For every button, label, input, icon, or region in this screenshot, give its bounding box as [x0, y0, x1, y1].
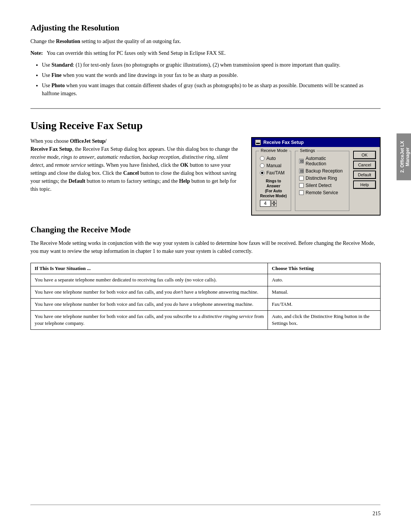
section-divider	[30, 108, 381, 109]
radio-manual[interactable]	[260, 163, 264, 168]
section2-title: Using Receive Fax Setup	[30, 120, 381, 132]
table-row: You have a separate telephone number ded…	[31, 274, 381, 286]
mode-manual-label: Manual	[266, 163, 281, 168]
rings-label: Rings to Answer(For Auto Receive Mode)	[260, 179, 287, 198]
bullet-fine: Use Fine when you want the words and lin…	[42, 71, 381, 79]
table-row: You have one telephone number for both v…	[31, 286, 381, 298]
table-row: You have one telephone number for both v…	[31, 310, 381, 330]
section2-content: When you choose OfficeJet Setup/Receive …	[30, 137, 381, 216]
table-cell-setting-1: Auto.	[268, 274, 381, 286]
table-cell-situation-1: You have a separate telephone number ded…	[31, 274, 268, 286]
checkbox-remoteservice[interactable]	[299, 190, 304, 195]
table-cell-situation-2: You have one telephone number for both v…	[31, 286, 268, 298]
setting-backupreception-label: Backup Reception	[306, 168, 342, 174]
section3-title: Changing the Receive Mode	[30, 225, 381, 235]
table-row: You have one telephone number for both v…	[31, 298, 381, 310]
setting-remoteservice-label: Remote Service	[306, 190, 338, 195]
section1-bullets: Use Standard: (1) for text-only faxes (n…	[42, 61, 381, 97]
receive-mode-group: Receive Mode Auto Manual	[256, 151, 291, 211]
bottom-divider	[30, 505, 381, 505]
section2-left: When you choose OfficeJet Setup/Receive …	[30, 137, 240, 216]
setting-distinctivering-label: Distinctive Ring	[306, 176, 337, 181]
bullet-photo: Use Photo when you want images that cont…	[42, 81, 381, 97]
section1-intro: Change the Resolution setting to adjust …	[30, 37, 381, 45]
bullet-standard: Use Standard: (1) for text-only faxes (n…	[42, 61, 381, 69]
section1-title: Adjusting the Resolution	[30, 23, 381, 33]
radio-faxtam[interactable]	[260, 171, 264, 175]
checkbox-autoreduction[interactable]: ☒	[299, 159, 304, 163]
mode-faxtam-row: Fax/TAM	[260, 170, 287, 176]
receive-mode-table: If This Is Your Situation ... Choose Thi…	[30, 263, 381, 330]
section1-note: Note: You can override this setting for …	[30, 49, 381, 57]
table-cell-situation-3: You have one telephone number for both v…	[31, 298, 268, 310]
cancel-button[interactable]: Cancel	[353, 161, 376, 169]
rings-input: 4 ▲ ▼	[260, 200, 287, 207]
setting-autoreduction-row: ☒ Automatic Reduction	[299, 156, 345, 166]
checkbox-backupreception[interactable]: ☒	[299, 169, 304, 173]
table-cell-setting-3: Fax/TAM.	[268, 298, 381, 310]
rings-down[interactable]: ▼	[271, 203, 277, 207]
radio-auto[interactable]	[260, 156, 264, 161]
setting-remoteservice-row: Remote Service	[299, 190, 345, 195]
checkbox-silentdetect[interactable]	[299, 183, 304, 188]
title-icon: ▬	[255, 139, 261, 145]
settings-label: Settings	[298, 148, 317, 153]
mode-manual-row: Manual	[260, 163, 287, 168]
section2-body: When you choose OfficeJet Setup/Receive …	[30, 137, 240, 193]
dialog-title: Receive Fax Setup	[263, 140, 304, 145]
ok-button[interactable]: OK	[353, 151, 376, 159]
setting-backupreception-row: ☒ Backup Reception	[299, 168, 345, 174]
setting-autoreduction-label: Automatic Reduction	[306, 156, 345, 166]
setting-silentdetect-row: Silent Detect	[299, 183, 345, 188]
default-button[interactable]: Default	[353, 171, 376, 179]
settings-group: Settings ☒ Automatic Reduction ☒ Backup …	[295, 151, 349, 211]
rings-up[interactable]: ▲	[271, 200, 277, 203]
mode-auto-label: Auto	[266, 156, 276, 161]
setting-distinctivering-row: Distinctive Ring	[299, 176, 345, 181]
page-number: 215	[373, 511, 381, 517]
receive-fax-setup-dialog: ▬ Receive Fax Setup Receive Mode Auto	[251, 137, 381, 216]
table-header-setting: Choose This Setting	[268, 263, 381, 274]
section2-dialog-container: ▬ Receive Fax Setup Receive Mode Auto	[251, 137, 381, 216]
section3-intro: The Receive Mode setting works in conjun…	[30, 239, 381, 255]
table-cell-situation-4: You have one telephone number for both v…	[31, 310, 268, 330]
dialog-titlebar: ▬ Receive Fax Setup	[252, 138, 380, 147]
table-header-situation: If This Is Your Situation ...	[31, 263, 268, 274]
dialog-body: Receive Mode Auto Manual	[252, 147, 380, 215]
page: Adjusting the Resolution Change the Reso…	[0, 0, 411, 532]
table-cell-setting-2: Manual.	[268, 286, 381, 298]
table-cell-setting-4: Auto, and click the Distinctive Ring but…	[268, 310, 381, 330]
receive-mode-label: Receive Mode	[259, 148, 289, 153]
mode-faxtam-label: Fax/TAM	[266, 170, 285, 176]
setting-silentdetect-label: Silent Detect	[306, 183, 331, 188]
help-button[interactable]: Help	[353, 181, 376, 189]
rings-value: 4	[260, 200, 271, 207]
dialog-buttons: OK Cancel Default Help	[353, 151, 376, 211]
mode-auto-row: Auto	[260, 156, 287, 161]
rings-spinner: ▲ ▼	[271, 200, 277, 207]
checkbox-distinctivering[interactable]	[299, 176, 304, 181]
page-tab: 2. OfficeJet LXManager	[397, 133, 411, 180]
